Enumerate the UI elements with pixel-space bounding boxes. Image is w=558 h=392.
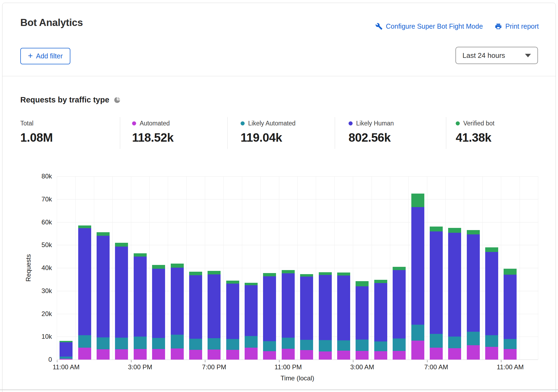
- bar-slot-20[interactable]: [430, 227, 443, 360]
- bar-slot-14[interactable]: [319, 272, 332, 360]
- bar-segment-likely-human: [208, 274, 221, 338]
- bar-segment-likely-human: [337, 275, 350, 340]
- gridline-x-18: [390, 176, 390, 360]
- bar-segment-automated: [430, 348, 443, 360]
- bar-segment-automated: [485, 347, 498, 360]
- y-axis-tick-label: 30k: [27, 287, 52, 295]
- bar-segment-likely-human: [300, 277, 313, 340]
- bar-segment-likely-human: [97, 236, 110, 337]
- bar-segment-likely-human: [319, 275, 332, 340]
- bar-segment-likely-automated: [374, 341, 387, 351]
- bar-segment-verified-bot: [467, 230, 480, 234]
- y-axis-tick-label: 20k: [27, 310, 52, 318]
- x-axis-tick: [427, 360, 428, 362]
- gridline-x-25: [520, 176, 520, 360]
- gridline-x-1: [75, 176, 76, 360]
- bar-slot-1[interactable]: [78, 225, 91, 360]
- bar-segment-automated: [467, 345, 480, 360]
- bar-segment-likely-automated: [60, 357, 73, 359]
- bar-segment-automated: [245, 348, 258, 360]
- gridline-y-0: [57, 360, 538, 360]
- bar-segment-likely-human: [189, 275, 202, 339]
- y-axis-tick-label: 80k: [27, 172, 52, 180]
- bar-slot-10[interactable]: [245, 283, 258, 360]
- bar-slot-6[interactable]: [171, 264, 184, 360]
- bot-analytics-card: Bot Analytics Configure Super Bot Fight …: [2, 3, 556, 392]
- gridline-x-13: [297, 176, 298, 360]
- bar-segment-automated: [226, 350, 239, 360]
- gridline-x-0: [57, 176, 57, 360]
- bar-slot-23[interactable]: [485, 247, 498, 360]
- x-axis-tick-label: 3:00 PM: [128, 363, 152, 371]
- bar-slot-22[interactable]: [467, 230, 480, 360]
- bar-segment-likely-human: [226, 284, 239, 339]
- bar-slot-9[interactable]: [226, 281, 239, 360]
- gridline-x-10: [242, 176, 242, 360]
- bar-segment-automated: [97, 349, 110, 360]
- bar-segment-likely-automated: [152, 338, 165, 349]
- bar-segment-likely-human: [504, 275, 517, 339]
- bar-segment-verified-bot: [411, 194, 424, 207]
- bar-slot-17[interactable]: [374, 280, 387, 360]
- gridline-x-9: [223, 176, 224, 360]
- bar-segment-likely-automated: [78, 335, 91, 348]
- bar-segment-automated: [374, 351, 387, 360]
- bar-slot-11[interactable]: [263, 273, 276, 360]
- gridline-x-4: [131, 176, 131, 360]
- bar-slot-15[interactable]: [337, 273, 350, 360]
- bar-segment-automated: [152, 349, 165, 360]
- bar-segment-likely-automated: [448, 337, 461, 348]
- bar-segment-likely-human: [485, 252, 498, 335]
- gridline-x-6: [168, 176, 168, 360]
- bar-slot-19[interactable]: [411, 194, 424, 360]
- gridline-x-12: [279, 176, 279, 360]
- bar-segment-likely-automated: [430, 334, 443, 348]
- bar-slot-3[interactable]: [115, 243, 128, 360]
- bar-segment-likely-human: [263, 276, 276, 341]
- bar-segment-likely-human: [282, 273, 295, 337]
- y-axis-tick-label: 70k: [27, 195, 52, 203]
- bar-segment-verified-bot: [282, 270, 295, 274]
- bar-segment-likely-automated: [337, 340, 350, 351]
- bar-segment-automated: [448, 348, 461, 360]
- bar-slot-16[interactable]: [356, 281, 369, 360]
- bar-segment-automated: [134, 349, 147, 360]
- bar-slot-2[interactable]: [97, 232, 110, 360]
- bar-segment-verified-bot: [263, 273, 276, 276]
- gridline-x-22: [464, 176, 464, 360]
- bar-slot-4[interactable]: [134, 253, 147, 360]
- x-axis-tick-label: 11:00 PM: [274, 363, 302, 371]
- bar-slot-12[interactable]: [282, 270, 295, 360]
- bar-slot-24[interactable]: [504, 269, 517, 360]
- bar-segment-verified-bot: [485, 247, 498, 252]
- bar-segment-automated: [337, 351, 350, 360]
- bar-segment-likely-automated: [356, 340, 369, 351]
- bar-slot-18[interactable]: [393, 267, 406, 360]
- bar-segment-automated: [208, 350, 221, 360]
- bar-segment-likely-human: [393, 270, 406, 338]
- gridline-x-3: [112, 176, 113, 360]
- bar-segment-likely-human: [356, 286, 369, 340]
- gridline-x-19: [408, 176, 409, 360]
- bar-slot-0[interactable]: [60, 341, 73, 360]
- bar-segment-verified-bot: [448, 228, 461, 233]
- gridline-x-21: [445, 176, 446, 360]
- x-axis-tick: [205, 360, 205, 362]
- bar-segment-likely-automated: [263, 341, 276, 351]
- bar-slot-13[interactable]: [300, 274, 313, 360]
- bar-segment-likely-human: [467, 234, 480, 331]
- bar-segment-likely-human: [374, 283, 387, 341]
- bar-segment-verified-bot: [152, 265, 165, 269]
- y-axis-tick-label: 50k: [27, 241, 52, 249]
- x-axis-tick: [57, 360, 57, 362]
- bar-slot-21[interactable]: [448, 228, 461, 360]
- bar-segment-likely-automated: [171, 335, 184, 348]
- bar-segment-automated: [60, 359, 73, 360]
- bar-slot-7[interactable]: [189, 272, 202, 360]
- y-axis-tick-label: 10k: [27, 333, 52, 340]
- bar-slot-5[interactable]: [152, 265, 165, 360]
- bar-slot-8[interactable]: [208, 271, 221, 360]
- bar-segment-verified-bot: [337, 273, 350, 275]
- bar-segment-likely-automated: [97, 337, 110, 349]
- y-axis-tick-label: 0: [27, 356, 52, 363]
